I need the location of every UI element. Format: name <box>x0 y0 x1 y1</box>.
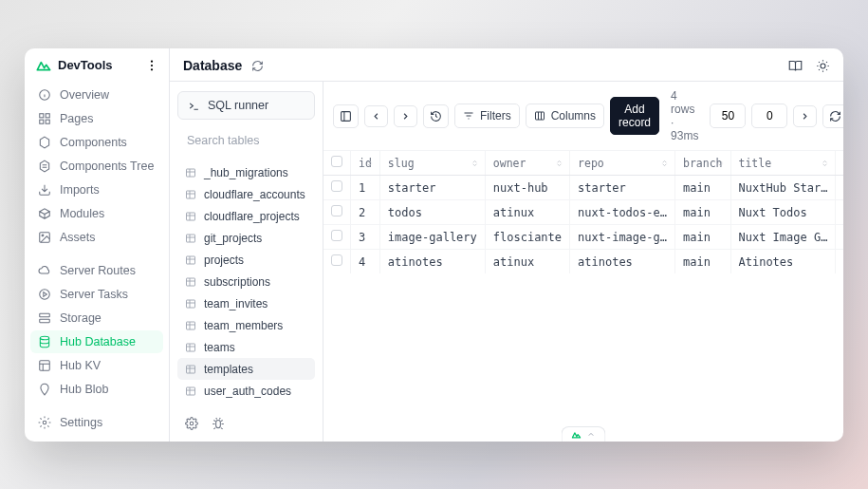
nav-item-components-tree[interactable]: Components Tree <box>30 155 163 178</box>
columns-icon <box>534 110 545 122</box>
nav-item-server-routes[interactable]: Server Routes <box>30 259 163 282</box>
columns-button[interactable]: Columns <box>526 103 604 128</box>
select-all-header[interactable] <box>323 151 351 176</box>
table-item-label: team_members <box>204 319 283 332</box>
table-item-cloudflare_projects[interactable]: cloudflare_projects <box>177 205 315 227</box>
layout-button[interactable] <box>333 104 359 128</box>
column-header-id[interactable]: id <box>351 151 380 176</box>
nav-item-label: Hub Blob <box>60 383 108 396</box>
sort-icon <box>555 159 563 167</box>
table-item-user_auth_codes[interactable]: user_auth_codes <box>177 380 315 402</box>
cell-id: 1 <box>351 176 380 200</box>
svg-point-15 <box>43 421 46 424</box>
filters-button[interactable]: Filters <box>454 103 520 128</box>
svg-point-0 <box>151 60 153 62</box>
brand-menu-icon[interactable] <box>146 60 157 71</box>
page-size-input[interactable] <box>710 103 746 128</box>
add-record-button[interactable]: Add record <box>610 97 659 135</box>
page-next-button[interactable] <box>793 105 817 127</box>
header: Database <box>170 48 843 82</box>
column-header-title[interactable]: title <box>730 151 836 176</box>
row-checkbox[interactable] <box>323 225 351 250</box>
column-header-repo[interactable]: repo <box>570 151 675 176</box>
bug-icon[interactable] <box>212 417 225 430</box>
sort-icon <box>821 159 829 167</box>
table-item-cloudflare_accounts[interactable]: cloudflare_accounts <box>177 183 315 205</box>
svg-rect-22 <box>187 278 195 286</box>
nav-item-overview[interactable]: Overview <box>30 84 163 106</box>
nav-item-pages[interactable]: Pages <box>30 107 163 130</box>
table-row[interactable]: 4atinotesatinuxatinotesmainAtinotesAn ed… <box>323 250 843 274</box>
page-offset-input[interactable] <box>751 103 787 128</box>
table-item-templates[interactable]: templates <box>177 358 315 380</box>
svg-rect-11 <box>40 313 50 317</box>
cell-branch: main <box>674 250 730 274</box>
table-row[interactable]: 2todosatinuxnuxt-todos-e…mainNuxt TodosA… <box>323 200 843 225</box>
toolbar: Filters Columns Add record 4 rows · 93ms <box>323 82 843 151</box>
sort-icon <box>660 159 669 167</box>
table-item-team_members[interactable]: team_members <box>177 314 315 336</box>
nav-item-settings[interactable]: Settings <box>30 411 163 434</box>
nav-item-modules[interactable]: Modules <box>30 202 163 225</box>
column-header-owner[interactable]: owner <box>485 151 569 176</box>
row-checkbox[interactable] <box>323 200 351 225</box>
cell-repo: atinotes <box>570 250 675 274</box>
table-item-label: teams <box>204 341 235 354</box>
nav-item-server-tasks[interactable]: Server Tasks <box>30 283 163 306</box>
nav-item-label: Overview <box>60 88 109 102</box>
bottom-hint[interactable] <box>562 426 606 442</box>
table-item-subscriptions[interactable]: subscriptions <box>177 271 315 292</box>
column-header-description[interactable]: description <box>836 151 843 176</box>
filter-icon <box>463 110 474 122</box>
table-item-user_providers[interactable]: user_providers <box>177 402 315 404</box>
table-item-git_projects[interactable]: git_projects <box>177 227 315 249</box>
cell-id: 4 <box>351 250 380 274</box>
table-item-teams[interactable]: teams <box>177 336 315 358</box>
table-row[interactable]: 3image-galleryflosciantenuxt-image-g…mai… <box>323 225 843 250</box>
reload-button[interactable] <box>822 104 843 128</box>
page-title: Database <box>183 58 242 73</box>
table-item-team_invites[interactable]: team_invites <box>177 292 315 314</box>
nav-item-storage[interactable]: Storage <box>30 307 163 329</box>
storage-icon <box>38 311 51 325</box>
nav-item-assets[interactable]: Assets <box>30 226 163 249</box>
search-tables-input[interactable] <box>177 127 315 154</box>
table-row[interactable]: 1starternuxt-hubstartermainNuxtHub Star…… <box>323 176 843 200</box>
table-icon <box>185 167 196 179</box>
row-checkbox[interactable] <box>323 250 351 274</box>
cell-owner: flosciante <box>485 225 569 250</box>
cell-description: A full-stac… <box>836 200 843 225</box>
cell-owner: atinux <box>485 200 569 225</box>
nav-item-hub-blob[interactable]: Hub Blob <box>30 378 163 401</box>
nav-item-imports[interactable]: Imports <box>30 179 163 201</box>
sql-runner-button[interactable]: SQL runner <box>177 91 315 120</box>
next-button[interactable] <box>394 105 417 127</box>
history-button[interactable] <box>423 104 449 128</box>
theme-icon[interactable] <box>816 59 830 73</box>
nav-item-label: Components <box>60 136 127 149</box>
docs-icon[interactable] <box>788 59 803 73</box>
column-header-slug[interactable]: slug <box>379 151 485 176</box>
tables-panel: SQL runner _hub_migrationscloudflare_acc… <box>170 82 323 442</box>
nav-item-label: Storage <box>60 311 102 325</box>
table-item-label: subscriptions <box>204 275 270 289</box>
column-header-branch[interactable]: branch <box>674 151 730 176</box>
cloud-icon <box>38 264 51 277</box>
row-checkbox[interactable] <box>323 176 351 200</box>
prev-button[interactable] <box>364 105 388 127</box>
settings-icon[interactable] <box>185 417 198 430</box>
nav-item-label: Settings <box>60 416 102 429</box>
nav-item-label: Modules <box>60 207 104 220</box>
table-item-projects[interactable]: projects <box>177 249 315 271</box>
svg-rect-33 <box>535 112 544 120</box>
refresh-icon[interactable] <box>251 60 264 72</box>
table-item-label: templates <box>204 363 253 376</box>
cube-icon <box>38 207 51 220</box>
table-item-_hub_migrations[interactable]: _hub_migrations <box>177 161 315 183</box>
svg-rect-31 <box>216 421 221 428</box>
nav-item-hub-kv[interactable]: Hub KV <box>30 354 163 377</box>
nav-item-hub-database[interactable]: Hub Database <box>30 330 163 353</box>
nav-item-components[interactable]: Components <box>30 131 163 154</box>
terminal-icon <box>188 100 200 112</box>
cell-repo: nuxt-todos-e… <box>570 200 675 225</box>
